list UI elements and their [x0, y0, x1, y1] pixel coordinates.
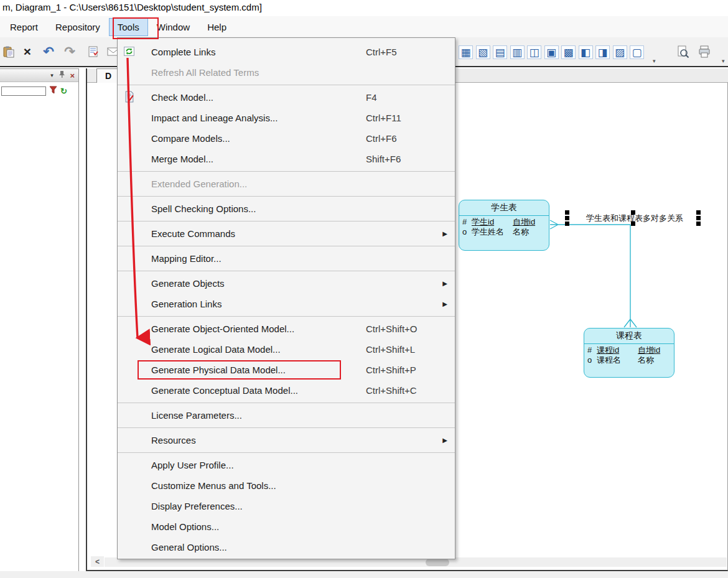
menu-item-generation-links[interactable]: Generation Links▶ — [118, 294, 455, 314]
entity-title: 学生表 — [459, 200, 549, 216]
attribute-code: 名称 — [513, 227, 529, 237]
menu-item-check-model[interactable]: Check Model...F4 — [118, 87, 455, 108]
diagram-tool-icon-5[interactable]: ◫ — [527, 45, 541, 59]
status-strip — [0, 571, 728, 578]
report-icon[interactable] — [86, 44, 101, 59]
menu-repository[interactable]: Repository — [47, 18, 109, 36]
menu-item-generate-conceptual-data-model[interactable]: Generate Conceptual Data Model...Ctrl+Sh… — [118, 380, 455, 401]
selection-handle[interactable] — [631, 221, 635, 226]
submenu-arrow-icon: ▶ — [442, 280, 447, 287]
menu-item-generate-object-oriented-model[interactable]: Generate Object-Oriented Model...Ctrl+Sh… — [118, 319, 455, 339]
menu-item-shortcut: Ctrl+Shift+L — [366, 344, 415, 355]
menu-item-refresh-all-related-terms: Refresh All Related Terms — [118, 62, 455, 83]
menu-item-merge-model[interactable]: Merge Model...Shift+F6 — [118, 149, 455, 169]
diagram-tool-icon-9[interactable]: ◨ — [595, 45, 610, 59]
diagram-tool-icon-1[interactable]: ▦ — [459, 45, 473, 59]
menu-item-spell-checking-options[interactable]: Spell Checking Options... — [118, 198, 455, 219]
menu-item-model-options[interactable]: Model Options... — [118, 516, 455, 537]
menu-tools[interactable]: Tools — [109, 18, 148, 36]
menu-item-extended-generation: Extended Generation... — [118, 174, 455, 194]
panel-dropdown-icon[interactable]: ▼ — [49, 73, 54, 78]
filter-icon[interactable] — [49, 85, 57, 96]
delete-icon[interactable]: × — [20, 44, 35, 59]
attribute-row: # 课程id 自增id — [587, 345, 674, 355]
menu-item-label: Generate Conceptual Data Model... — [151, 385, 298, 396]
selection-handle[interactable] — [565, 216, 569, 220]
redo-icon[interactable]: ↷ — [62, 44, 77, 59]
entity-student-table[interactable]: 学生表 # 学生id 自增id o 学生姓名 名称 — [459, 200, 549, 251]
refresh-icon[interactable]: ↻ — [60, 86, 67, 96]
diagram-tool-icon-11[interactable]: ▢ — [630, 45, 644, 59]
menu-item-label: Refresh All Related Terms — [151, 67, 259, 78]
menu-separator — [118, 271, 455, 271]
entity-course-table[interactable]: 课程表 # 课程id 自增id o 课程名 名称 — [584, 328, 674, 378]
print-icon[interactable] — [697, 44, 712, 59]
panel-search-row: ↻ — [0, 82, 78, 100]
diagram-tool-icon-6[interactable]: ▣ — [544, 45, 559, 59]
attribute-marker: # — [462, 217, 472, 227]
menu-item-label: Check Model... — [151, 92, 213, 103]
menu-report[interactable]: Report — [1, 18, 47, 36]
undo-icon[interactable]: ↶ — [41, 44, 56, 59]
menu-item-shortcut: Ctrl+F5 — [366, 47, 397, 57]
menu-item-label: License Parameters... — [151, 410, 242, 421]
menu-item-label: Customize Menus and Tools... — [151, 480, 276, 491]
selection-handle[interactable] — [696, 210, 701, 215]
menu-item-mapping-editor[interactable]: Mapping Editor... — [118, 248, 455, 269]
menu-separator — [118, 403, 455, 403]
menu-item-customize-menus-and-tools[interactable]: Customize Menus and Tools... — [118, 475, 455, 496]
paste-icon[interactable] — [1, 44, 16, 59]
search-input[interactable] — [1, 86, 46, 96]
menu-item-general-options[interactable]: General Options... — [118, 537, 455, 557]
print-preview-icon[interactable] — [675, 44, 690, 59]
diagram-tool-icon-7[interactable]: ▩ — [561, 45, 576, 59]
diagram-tool-icon-8[interactable]: ◧ — [579, 45, 593, 59]
menu-window[interactable]: Window — [148, 18, 198, 36]
print-overflow-icon[interactable]: ▾ — [722, 58, 725, 64]
selection-handle[interactable] — [565, 210, 569, 215]
selection-handle[interactable] — [631, 210, 635, 215]
menu-item-label: Spell Checking Options... — [151, 203, 256, 214]
diagram-tool-icon-2[interactable]: ▧ — [476, 45, 490, 59]
menu-item-display-preferences[interactable]: Display Preferences... — [118, 496, 455, 516]
diagram-tool-icon-3[interactable]: ▤ — [493, 45, 507, 59]
menu-item-execute-commands[interactable]: Execute Commands▶ — [118, 223, 455, 244]
menu-separator — [118, 85, 455, 85]
menu-help[interactable]: Help — [198, 18, 235, 36]
menu-item-label: Model Options... — [151, 521, 219, 532]
menu-item-label: Compare Models... — [151, 133, 230, 144]
scroll-left-button[interactable]: < — [91, 556, 104, 567]
diagram-tool-icon-10[interactable]: ▨ — [613, 45, 627, 59]
horizontal-scrollbar-thumb[interactable] — [426, 559, 449, 566]
submenu-arrow-icon: ▶ — [442, 301, 447, 307]
menu-item-compare-models[interactable]: Compare Models...Ctrl+F6 — [118, 128, 455, 149]
menu-item-license-parameters[interactable]: License Parameters... — [118, 405, 455, 426]
selection-handle[interactable] — [565, 221, 569, 226]
menu-item-generate-logical-data-model[interactable]: Generate Logical Data Model...Ctrl+Shift… — [118, 339, 455, 360]
attribute-row: o 课程名 名称 — [587, 355, 674, 365]
menu-item-generate-objects[interactable]: Generate Objects▶ — [118, 273, 455, 294]
attribute-marker: # — [587, 345, 597, 355]
menu-item-label: Execute Commands — [151, 228, 235, 239]
menu-item-shortcut: Ctrl+Shift+C — [366, 385, 417, 396]
pin-icon[interactable] — [58, 70, 65, 81]
entity-attributes: # 课程id 自增id o 课程名 名称 — [584, 344, 674, 365]
menu-separator — [118, 452, 455, 453]
menu-item-apply-user-profile[interactable]: Apply User Profile... — [118, 455, 455, 475]
menu-item-label: General Options... — [151, 542, 227, 552]
menu-item-complete-links[interactable]: Complete LinksCtrl+F5 — [118, 42, 455, 62]
toolbar-overflow-icon[interactable]: ▾ — [653, 58, 656, 64]
menu-item-generate-physical-data-model[interactable]: Generate Physical Data Model...Ctrl+Shif… — [118, 360, 455, 380]
menu-item-label: Extended Generation... — [151, 179, 247, 189]
menu-item-shortcut: F4 — [366, 92, 377, 103]
selection-handle[interactable] — [696, 221, 701, 226]
panel-close-icon[interactable]: × — [70, 71, 75, 80]
menu-item-impact-and-lineage-analysis[interactable]: Impact and Lineage Analysis...Ctrl+F11 — [118, 108, 455, 128]
attribute-code: 名称 — [638, 355, 654, 365]
menu-item-shortcut: Ctrl+Shift+P — [366, 365, 416, 375]
menu-item-resources[interactable]: Resources▶ — [118, 430, 455, 450]
menu-bar: Report Repository Tools Window Help — [0, 16, 728, 37]
window-title: m, Diagram_1 - C:\Users\86151\Desktop\st… — [2, 2, 262, 12]
diagram-tool-icon-4[interactable]: ▥ — [510, 45, 525, 59]
selection-handle[interactable] — [696, 216, 701, 220]
